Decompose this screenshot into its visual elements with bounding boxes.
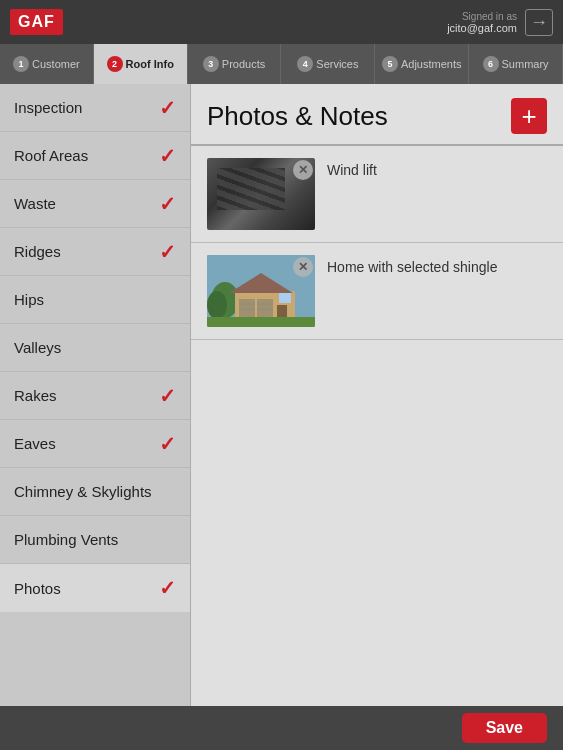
- sidebar-item-valleys[interactable]: Valleys: [0, 324, 190, 372]
- sidebar-item-inspection[interactable]: Inspection ✓: [0, 84, 190, 132]
- page-title: Photos & Notes: [207, 101, 388, 132]
- sidebar-label-hips: Hips: [14, 291, 44, 308]
- save-button[interactable]: Save: [462, 713, 547, 743]
- svg-point-2: [207, 291, 227, 319]
- sidebar: Inspection ✓ Roof Areas ✓ Waste ✓ Ridges…: [0, 84, 191, 706]
- sidebar-item-chimney-skylights[interactable]: Chimney & Skylights: [0, 468, 190, 516]
- app-footer: Save: [0, 706, 563, 750]
- sidebar-label-rakes: Rakes: [14, 387, 57, 404]
- sidebar-label-waste: Waste: [14, 195, 56, 212]
- tab-num-5: 5: [382, 56, 398, 72]
- sidebar-item-photos[interactable]: Photos ✓: [0, 564, 190, 612]
- photo-close-2[interactable]: ✕: [293, 257, 313, 277]
- signed-in-label: Signed in as: [447, 11, 517, 22]
- check-photos: ✓: [159, 576, 176, 600]
- tab-num-4: 4: [297, 56, 313, 72]
- sidebar-item-hips[interactable]: Hips: [0, 276, 190, 324]
- sidebar-label-valleys: Valleys: [14, 339, 61, 356]
- tab-services-label: Services: [316, 58, 358, 70]
- svg-rect-13: [207, 317, 315, 327]
- svg-rect-6: [257, 299, 273, 317]
- header-user-info: Signed in as jcito@gaf.com →: [447, 9, 553, 36]
- sidebar-label-eaves: Eaves: [14, 435, 56, 452]
- svg-rect-12: [279, 293, 291, 303]
- main-layout: Inspection ✓ Roof Areas ✓ Waste ✓ Ridges…: [0, 84, 563, 706]
- gaf-logo: GAF: [10, 9, 63, 35]
- svg-rect-5: [239, 299, 255, 317]
- content-area: Photos & Notes + ✕ Wind lift ✕: [191, 84, 563, 706]
- tab-summary[interactable]: 6 Summary: [469, 44, 563, 84]
- sidebar-item-rakes[interactable]: Rakes ✓: [0, 372, 190, 420]
- photo-note-2: Home with selected shingle: [327, 255, 547, 275]
- tab-customer-label: Customer: [32, 58, 80, 70]
- photo-entry-1: ✕ Wind lift: [191, 146, 563, 243]
- tab-products[interactable]: 3 Products: [188, 44, 282, 84]
- tab-num-3: 3: [203, 56, 219, 72]
- tab-num-6: 6: [483, 56, 499, 72]
- sidebar-label-plumbing-vents: Plumbing Vents: [14, 531, 118, 548]
- tab-num-2: 2: [107, 56, 123, 72]
- tab-services[interactable]: 4 Services: [281, 44, 375, 84]
- photo-thumb-2: ✕: [207, 255, 315, 327]
- check-waste: ✓: [159, 192, 176, 216]
- tab-num-1: 1: [13, 56, 29, 72]
- check-eaves: ✓: [159, 432, 176, 456]
- check-ridges: ✓: [159, 240, 176, 264]
- tab-summary-label: Summary: [502, 58, 549, 70]
- tab-bar: 1 Customer 2 Roof Info 3 Products 4 Serv…: [0, 44, 563, 84]
- tab-adjustments-label: Adjustments: [401, 58, 462, 70]
- photo-thumb-1: ✕: [207, 158, 315, 230]
- sidebar-label-ridges: Ridges: [14, 243, 61, 260]
- logout-icon[interactable]: →: [525, 9, 553, 36]
- sidebar-item-plumbing-vents[interactable]: Plumbing Vents: [0, 516, 190, 564]
- sidebar-item-ridges[interactable]: Ridges ✓: [0, 228, 190, 276]
- tab-roof-info[interactable]: 2 Roof Info: [94, 44, 188, 84]
- tab-products-label: Products: [222, 58, 265, 70]
- photo-note-1: Wind lift: [327, 158, 547, 178]
- photo-entry-2: ✕: [191, 243, 563, 340]
- app-header: GAF Signed in as jcito@gaf.com →: [0, 0, 563, 44]
- sidebar-label-chimney-skylights: Chimney & Skylights: [14, 483, 152, 500]
- tab-customer[interactable]: 1 Customer: [0, 44, 94, 84]
- sidebar-item-eaves[interactable]: Eaves ✓: [0, 420, 190, 468]
- content-header: Photos & Notes +: [191, 84, 563, 146]
- sidebar-item-roof-areas[interactable]: Roof Areas ✓: [0, 132, 190, 180]
- add-photo-button[interactable]: +: [511, 98, 547, 134]
- sidebar-label-inspection: Inspection: [14, 99, 82, 116]
- sidebar-item-waste[interactable]: Waste ✓: [0, 180, 190, 228]
- user-email: jcito@gaf.com: [447, 22, 517, 34]
- sidebar-label-roof-areas: Roof Areas: [14, 147, 88, 164]
- sidebar-label-photos: Photos: [14, 580, 61, 597]
- check-roof-areas: ✓: [159, 144, 176, 168]
- check-inspection: ✓: [159, 96, 176, 120]
- check-rakes: ✓: [159, 384, 176, 408]
- tab-roof-info-label: Roof Info: [126, 58, 174, 70]
- photo-close-1[interactable]: ✕: [293, 160, 313, 180]
- tab-adjustments[interactable]: 5 Adjustments: [375, 44, 469, 84]
